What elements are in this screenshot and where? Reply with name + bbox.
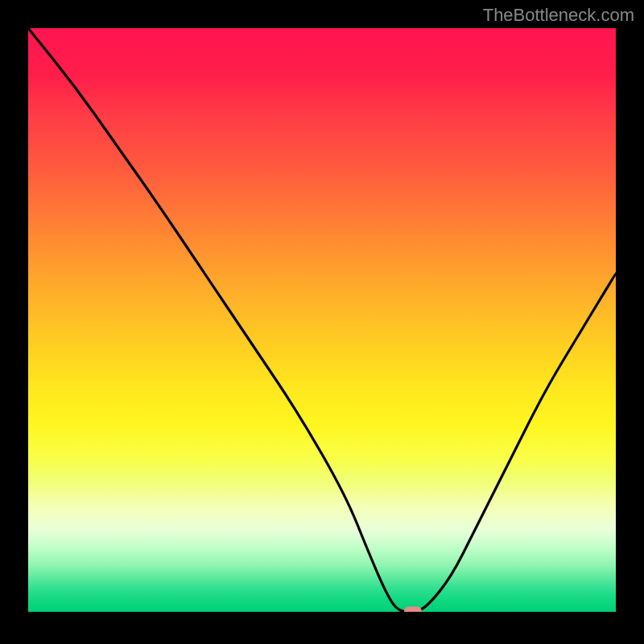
curve-svg [28,28,616,612]
plot-area [28,28,616,612]
chart-container: TheBottleneck.com [0,0,644,644]
optimal-marker [404,607,422,613]
watermark-text: TheBottleneck.com [483,5,634,26]
bottleneck-curve [28,28,616,612]
